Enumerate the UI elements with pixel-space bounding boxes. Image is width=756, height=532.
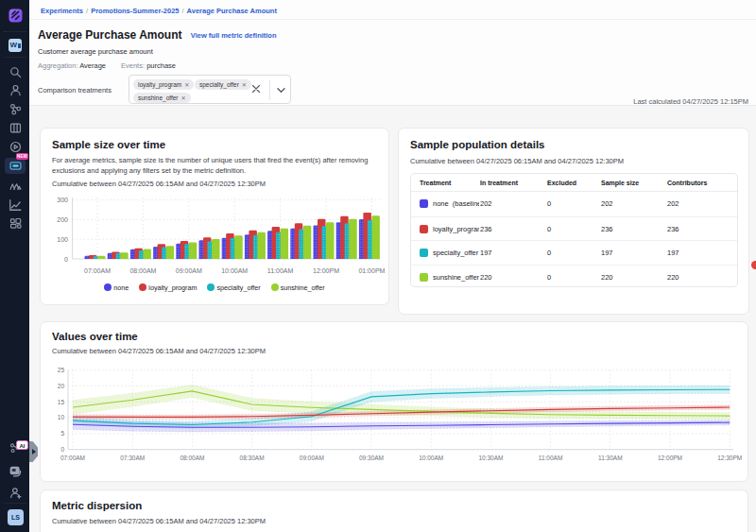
- svg-text:12:30PM: 12:30PM: [717, 455, 742, 461]
- svg-text:10: 10: [58, 414, 65, 420]
- svg-text:07:00AM: 07:00AM: [84, 267, 111, 274]
- svg-text:10:30AM: 10:30AM: [478, 455, 503, 461]
- svg-text:0: 0: [64, 256, 68, 263]
- svg-text:20: 20: [58, 383, 65, 389]
- svg-text:12:00PM: 12:00PM: [658, 455, 682, 461]
- svg-text:11:00AM: 11:00AM: [539, 455, 563, 461]
- svg-text:01:00PM: 01:00PM: [358, 267, 385, 274]
- svg-text:07:30AM: 07:30AM: [120, 455, 145, 461]
- svg-text:300: 300: [57, 197, 68, 203]
- svg-text:11:00AM: 11:00AM: [267, 267, 294, 274]
- svg-text:08:30AM: 08:30AM: [240, 455, 265, 461]
- svg-text:12:00PM: 12:00PM: [313, 267, 339, 274]
- svg-text:09:00AM: 09:00AM: [176, 267, 202, 274]
- svg-text:100: 100: [57, 236, 68, 243]
- svg-text:08:00AM: 08:00AM: [129, 267, 156, 274]
- svg-text:07:00AM: 07:00AM: [60, 455, 85, 461]
- svg-text:10:00AM: 10:00AM: [419, 455, 443, 461]
- svg-text:200: 200: [57, 216, 68, 223]
- svg-text:09:30AM: 09:30AM: [359, 455, 384, 461]
- svg-text:11:30AM: 11:30AM: [598, 455, 623, 461]
- svg-text:09:00AM: 09:00AM: [300, 455, 324, 461]
- svg-text:25: 25: [58, 367, 65, 373]
- svg-text:0: 0: [60, 446, 64, 453]
- svg-text:15: 15: [58, 399, 65, 405]
- svg-text:08:00AM: 08:00AM: [180, 455, 204, 461]
- svg-text:5: 5: [60, 430, 64, 437]
- svg-text:10:00AM: 10:00AM: [221, 267, 248, 274]
